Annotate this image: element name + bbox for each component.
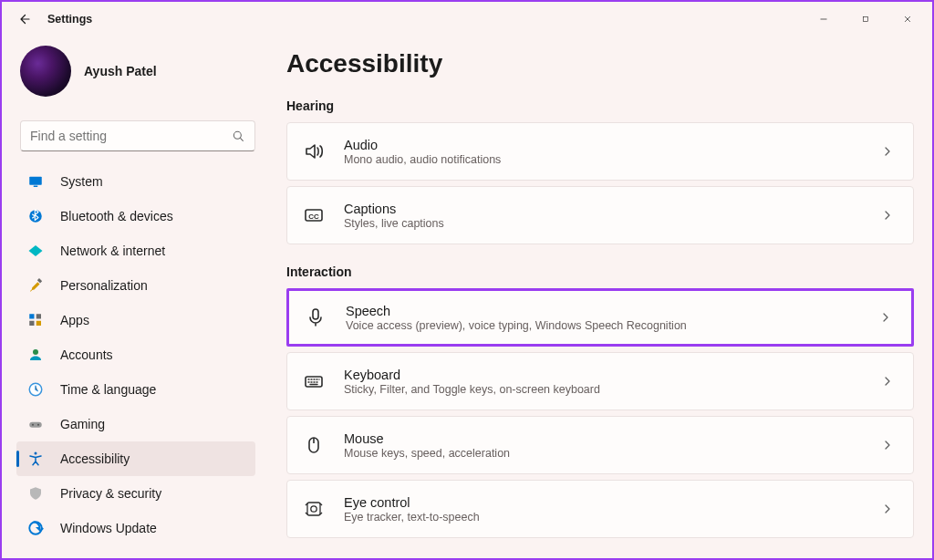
card-audio[interactable]: Audio Mono audio, audio notifications — [286, 122, 914, 181]
chevron-right-icon — [878, 310, 893, 325]
sidebar-item-label: Windows Update — [60, 521, 157, 535]
sidebar-item-apps[interactable]: Apps — [16, 303, 255, 337]
card-title: Mouse — [344, 431, 880, 446]
sidebar-item-label: System — [60, 174, 103, 189]
clock-globe-icon — [26, 379, 46, 399]
wifi-icon — [26, 241, 46, 261]
sidebar-item-label: Gaming — [60, 417, 105, 431]
search-input[interactable] — [30, 129, 231, 143]
accessibility-icon — [26, 449, 46, 469]
card-keyboard[interactable]: Keyboard Sticky, Filter, and Toggle keys… — [286, 352, 914, 410]
sidebar-item-accessibility[interactable]: Accessibility — [16, 441, 255, 476]
interaction-cards: Speech Voice access (preview), voice typ… — [286, 288, 914, 538]
eye-icon — [302, 497, 326, 521]
card-title: Audio — [344, 138, 880, 152]
sidebar-item-label: Network & internet — [60, 244, 165, 258]
sidebar-item-time-language[interactable]: Time & language — [16, 372, 255, 407]
card-subtitle: Mono audio, audio notifications — [344, 153, 880, 166]
card-eye-control[interactable]: Eye control Eye tracker, text-to-speech — [286, 480, 914, 538]
speaker-icon — [302, 140, 326, 163]
close-button[interactable] — [887, 4, 929, 35]
sidebar-item-label: Apps — [60, 313, 89, 327]
nav-list: System Bluetooth & devices Network & int… — [16, 164, 263, 545]
sidebar-item-accounts[interactable]: Accounts — [16, 337, 255, 372]
chevron-right-icon — [880, 374, 895, 389]
person-icon — [26, 345, 46, 365]
section-label-hearing: Hearing — [286, 99, 914, 113]
profile-block[interactable]: Ayush Patel — [16, 42, 263, 109]
content-area: Accessibility Hearing Audio Mono audio, … — [266, 36, 932, 558]
card-subtitle: Voice access (preview), voice typing, Wi… — [346, 319, 878, 332]
sidebar-item-windows-update[interactable]: Windows Update — [16, 511, 255, 545]
sidebar-item-network[interactable]: Network & internet — [16, 233, 255, 268]
card-title: Speech — [346, 304, 878, 318]
shield-icon — [26, 483, 46, 503]
sidebar-item-personalization[interactable]: Personalization — [16, 268, 255, 303]
card-speech[interactable]: Speech Voice access (preview), voice typ… — [286, 288, 914, 347]
paintbrush-icon — [26, 275, 46, 296]
card-subtitle: Sticky, Filter, and Toggle keys, on-scre… — [344, 383, 880, 396]
sidebar-item-label: Time & language — [60, 382, 156, 397]
bluetooth-icon — [26, 206, 46, 226]
chevron-right-icon — [880, 438, 895, 452]
cc-icon — [302, 203, 326, 227]
card-title: Keyboard — [344, 368, 880, 382]
mouse-icon — [302, 433, 326, 457]
card-captions[interactable]: Captions Styles, live captions — [286, 186, 914, 244]
section-label-interaction: Interaction — [286, 264, 914, 279]
sidebar: Ayush Patel System Bluetooth & devices N… — [2, 36, 266, 558]
keyboard-icon — [302, 369, 326, 393]
chevron-right-icon — [880, 144, 895, 159]
monitor-icon — [26, 171, 46, 192]
window-controls — [803, 4, 929, 35]
sidebar-item-gaming[interactable]: Gaming — [16, 407, 255, 441]
chevron-right-icon — [880, 502, 895, 516]
sidebar-item-label: Bluetooth & devices — [60, 209, 173, 223]
card-subtitle: Eye tracker, text-to-speech — [344, 511, 880, 524]
sidebar-item-label: Accounts — [60, 347, 113, 362]
sidebar-item-label: Privacy & security — [60, 486, 161, 501]
sidebar-item-label: Personalization — [60, 278, 148, 293]
search-box[interactable] — [20, 120, 255, 151]
titlebar: Settings — [2, 2, 932, 36]
mic-icon — [304, 306, 327, 329]
apps-icon — [26, 310, 46, 330]
gamepad-icon — [26, 414, 46, 434]
page-title: Accessibility — [286, 49, 914, 78]
sidebar-item-label: Accessibility — [60, 451, 130, 466]
sidebar-item-bluetooth[interactable]: Bluetooth & devices — [16, 199, 255, 233]
card-title: Captions — [344, 202, 880, 216]
chevron-right-icon — [880, 208, 895, 223]
card-mouse[interactable]: Mouse Mouse keys, speed, acceleration — [286, 416, 914, 474]
maximize-button[interactable] — [845, 4, 887, 35]
search-icon — [231, 129, 245, 143]
update-icon — [26, 518, 46, 538]
avatar — [20, 46, 71, 97]
hearing-cards: Audio Mono audio, audio notifications Ca… — [286, 122, 914, 244]
card-subtitle: Styles, live captions — [344, 217, 880, 230]
minimize-button[interactable] — [803, 4, 845, 35]
user-display-name: Ayush Patel — [84, 64, 157, 78]
sidebar-item-system[interactable]: System — [16, 164, 255, 199]
card-subtitle: Mouse keys, speed, acceleration — [344, 447, 880, 460]
sidebar-item-privacy[interactable]: Privacy & security — [16, 476, 255, 511]
card-title: Eye control — [344, 495, 880, 510]
back-button[interactable] — [5, 2, 42, 36]
app-title: Settings — [47, 13, 92, 26]
